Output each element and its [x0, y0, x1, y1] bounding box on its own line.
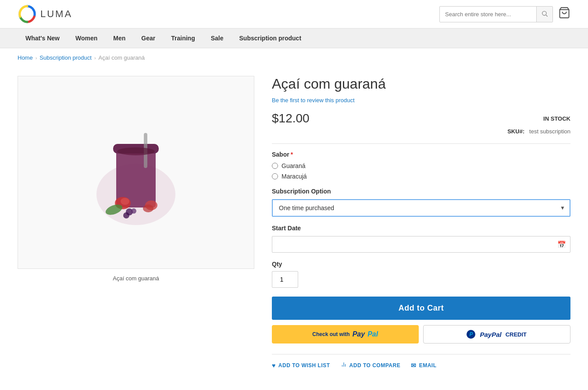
paypal-credit-pp-icon: P: [467, 330, 475, 339]
subscription-select-wrapper: One time purchased Monthly subscription …: [272, 199, 570, 217]
product-title: Açaí com guaraná: [272, 76, 570, 92]
breadcrumb: Home › Subscription product › Açaí com g…: [0, 48, 588, 67]
paypal-credit-label: CREDIT: [506, 331, 527, 338]
sku-value: test subscription: [529, 128, 570, 135]
breadcrumb-sep-1: ›: [36, 55, 37, 61]
divider-1: [272, 143, 570, 144]
breadcrumb-current: Açaí com guaraná: [99, 54, 145, 61]
heart-icon: ♥: [272, 362, 276, 369]
price-row: $12.00 IN STOCK: [272, 111, 570, 125]
search-icon: [541, 10, 548, 17]
qty-input[interactable]: [272, 271, 298, 288]
logo[interactable]: LUMA: [18, 4, 72, 24]
stock-status-badge: IN STOCK: [543, 115, 570, 122]
product-image-main: [18, 76, 254, 269]
email-label: EMAIL: [419, 362, 437, 369]
email-link[interactable]: ✉ EMAIL: [411, 361, 436, 369]
search-input[interactable]: [440, 7, 536, 21]
sabor-guarana-radio[interactable]: [272, 163, 278, 169]
svg-line-2: [546, 15, 548, 17]
paypal-checkout-button[interactable]: Check out with PayPal: [272, 325, 419, 343]
start-date-input[interactable]: [272, 236, 570, 253]
breadcrumb-parent[interactable]: Subscription product: [39, 54, 92, 61]
nav-item-training[interactable]: Training: [163, 29, 203, 48]
site-header: LUMA: [0, 0, 588, 29]
search-bar: [439, 6, 553, 22]
search-button[interactable]: [536, 7, 552, 22]
paypal-credit-brand: PayPal: [480, 331, 501, 338]
svg-point-14: [143, 204, 153, 212]
bottom-actions: ♥ ADD TO WISH LIST ADD TO COMPARE ✉ EMAI…: [272, 354, 570, 369]
nav-item-subscription[interactable]: Subscription product: [232, 29, 310, 48]
nav-item-whats-new[interactable]: What's New: [18, 29, 68, 48]
svg-point-16: [131, 208, 136, 214]
nav-item-women[interactable]: Women: [68, 29, 105, 48]
qty-label: Qty: [272, 261, 570, 268]
nav-item-gear[interactable]: Gear: [133, 29, 163, 48]
paypal-row: Check out with PayPal P PayPal CREDIT: [272, 325, 570, 343]
add-to-compare-label: ADD TO COMPARE: [349, 362, 401, 369]
luma-logo-icon: [18, 4, 37, 24]
svg-point-11: [121, 198, 129, 205]
compare-icon: [341, 361, 347, 369]
sabor-maracuja-radio[interactable]: [272, 173, 278, 179]
sku-label: SKU#:: [507, 128, 524, 135]
product-image: [79, 107, 193, 238]
subscription-option-group: Subscription Option One time purchased M…: [272, 188, 570, 217]
sabor-maracuja-option[interactable]: Maracujá: [272, 173, 570, 180]
product-image-caption: Açaí com guaraná: [18, 275, 254, 282]
svg-point-1: [542, 11, 546, 15]
svg-point-17: [123, 212, 129, 218]
start-date-input-wrapper: 📅: [272, 236, 570, 253]
logo-text: LUMA: [40, 8, 72, 20]
sabor-maracuja-label: Maracujá: [282, 173, 307, 180]
product-price: $12.00: [272, 111, 310, 125]
add-to-compare-link[interactable]: ADD TO COMPARE: [341, 361, 401, 369]
paypal-checkout-text: Check out with: [312, 331, 349, 337]
calendar-icon[interactable]: 📅: [557, 240, 566, 249]
start-date-label: Start Date: [272, 225, 570, 232]
paypal-checkout-brand: Pay: [353, 330, 365, 338]
paypal-checkout-brand2: Pal: [367, 330, 378, 338]
cart-svg-icon: [558, 7, 570, 19]
qty-group: Qty: [272, 261, 570, 288]
sabor-guarana-label: Guaraná: [282, 162, 305, 169]
sabor-option-group: Sabor* Guaraná Maracujá: [272, 151, 570, 180]
cart-icon[interactable]: [558, 7, 570, 21]
breadcrumb-home[interactable]: Home: [18, 54, 33, 61]
review-link[interactable]: Be the first to review this product: [272, 97, 355, 104]
sku-row: SKU#: test subscription: [272, 128, 570, 135]
header-right: [439, 6, 570, 22]
product-info: Açaí com guaraná Be the first to review …: [272, 76, 570, 369]
sabor-label: Sabor*: [272, 151, 570, 158]
add-to-cart-button[interactable]: Add to Cart: [272, 297, 570, 320]
add-to-wishlist-label: ADD TO WISH LIST: [278, 362, 330, 369]
email-icon: ✉: [411, 362, 417, 369]
nav-item-sale[interactable]: Sale: [203, 29, 232, 48]
required-marker: *: [291, 151, 293, 158]
nav-item-men[interactable]: Men: [105, 29, 133, 48]
product-gallery: Açaí com guaraná: [18, 76, 254, 369]
add-to-wishlist-link[interactable]: ♥ ADD TO WISH LIST: [272, 361, 330, 369]
subscription-option-label: Subscription Option: [272, 188, 570, 195]
svg-point-9: [117, 147, 155, 155]
subscription-select[interactable]: One time purchased Monthly subscription …: [272, 199, 570, 217]
sabor-guarana-option[interactable]: Guaraná: [272, 162, 570, 169]
start-date-group: Start Date 📅: [272, 225, 570, 253]
compare-svg-icon: [341, 361, 347, 368]
paypal-credit-button[interactable]: P PayPal CREDIT: [423, 325, 571, 343]
main-nav: What's New Women Men Gear Training Sale …: [0, 29, 588, 48]
breadcrumb-sep-2: ›: [94, 55, 96, 61]
product-page: Açaí com guaraná Açaí com guaraná Be the…: [0, 67, 588, 386]
